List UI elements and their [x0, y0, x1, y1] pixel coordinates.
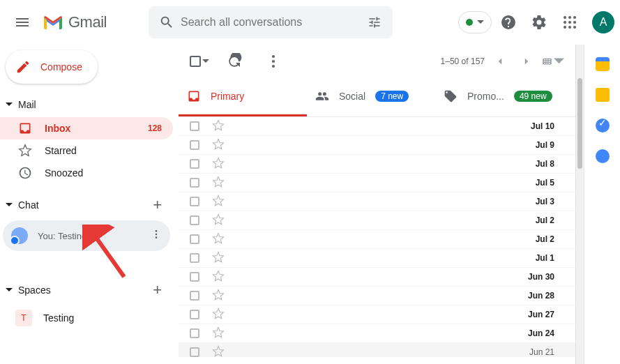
tune-icon [368, 15, 381, 29]
status-selector[interactable] [458, 11, 492, 33]
chevron-down-icon [554, 55, 564, 68]
row-checkbox[interactable] [190, 215, 199, 225]
prev-page-button[interactable] [489, 50, 511, 73]
compose-label: Compose [40, 61, 82, 73]
tab-promotions[interactable]: Promo... 49 new [435, 78, 568, 116]
gmail-logo-icon [42, 14, 64, 31]
row-checkbox[interactable] [190, 347, 199, 357]
row-checkbox[interactable] [190, 328, 199, 338]
row-checkbox[interactable] [190, 159, 199, 169]
email-row[interactable]: Jun 28 [179, 287, 575, 305]
scrollbar[interactable] [575, 45, 584, 364]
row-star-button[interactable] [212, 289, 225, 303]
row-checkbox[interactable] [190, 253, 199, 263]
row-star-button[interactable] [212, 251, 225, 266]
row-star-button[interactable] [212, 308, 225, 322]
row-star-button[interactable] [212, 270, 225, 285]
compose-button[interactable]: Compose [6, 50, 98, 84]
inbox-count: 128 [148, 123, 162, 133]
tasks-app-icon[interactable]: ✓ [596, 119, 610, 132]
search-icon [159, 15, 174, 30]
caret-down-icon [6, 202, 13, 208]
row-date: Jun 27 [528, 310, 554, 319]
row-star-button[interactable] [212, 326, 225, 341]
input-tools-button[interactable] [542, 50, 564, 73]
email-row[interactable]: Jun 21 [179, 343, 575, 357]
chat-section-label: Chat [18, 199, 153, 211]
snoozed-label: Snoozed [45, 167, 162, 179]
email-row[interactable]: Jul 2 [179, 230, 575, 249]
row-star-button[interactable] [212, 345, 225, 358]
email-row[interactable]: Jun 27 [179, 305, 575, 324]
sidebar-item-snoozed[interactable]: Snoozed [0, 162, 173, 184]
email-row[interactable]: Jun 24 [179, 324, 575, 343]
keep-app-icon[interactable] [596, 88, 610, 102]
row-star-button[interactable] [212, 138, 225, 153]
contacts-app-icon[interactable] [596, 149, 610, 163]
row-star-button[interactable] [212, 119, 225, 134]
row-checkbox[interactable] [190, 140, 199, 150]
row-checkbox[interactable] [190, 234, 199, 244]
account-avatar[interactable]: A [592, 11, 614, 33]
tab-social[interactable]: Social 7 new [307, 78, 435, 116]
logo[interactable]: Gmail [42, 13, 107, 31]
email-row[interactable]: Jul 3 [179, 192, 575, 211]
toolbar: 1–50 of 157 [179, 45, 575, 78]
chat-conversation[interactable]: You: Testing [3, 220, 170, 251]
spaces-section-header[interactable]: Spaces + [0, 279, 173, 301]
row-checkbox[interactable] [190, 178, 199, 188]
tab-primary[interactable]: Primary [179, 78, 307, 116]
header: Gmail A [0, 0, 620, 45]
select-all-checkbox[interactable] [190, 55, 209, 68]
row-checkbox[interactable] [190, 197, 199, 206]
row-star-button[interactable] [212, 157, 225, 172]
people-icon [315, 89, 329, 103]
main-menu-button[interactable] [6, 6, 39, 39]
svg-point-2 [573, 16, 576, 19]
main-area: 1–50 of 157 Primary Social 7 new [179, 45, 620, 364]
search-input[interactable] [181, 16, 361, 29]
add-chat-button[interactable]: + [153, 196, 162, 214]
row-checkbox[interactable] [190, 121, 199, 131]
row-checkbox[interactable] [190, 310, 199, 319]
row-checkbox[interactable] [190, 291, 199, 301]
search-options-button[interactable] [361, 8, 388, 36]
email-row[interactable]: Jul 1 [179, 249, 575, 268]
space-item[interactable]: T Testing [0, 305, 173, 331]
email-row[interactable]: Jun 30 [179, 268, 575, 287]
help-button[interactable] [494, 8, 522, 36]
calendar-app-icon[interactable] [596, 57, 610, 71]
apps-button[interactable] [556, 8, 584, 36]
email-row[interactable]: Jul 8 [179, 155, 575, 174]
refresh-button[interactable] [220, 47, 248, 75]
svg-point-8 [573, 26, 576, 29]
search-button[interactable] [153, 8, 181, 36]
svg-point-4 [568, 21, 571, 24]
sidebar-item-starred[interactable]: Starred [0, 139, 173, 162]
email-row[interactable]: Jul 5 [179, 174, 575, 192]
chat-section-header[interactable]: Chat + [0, 194, 173, 216]
next-page-button[interactable] [515, 50, 538, 73]
email-row[interactable]: Jul 9 [179, 136, 575, 155]
inbox-label: Inbox [45, 123, 148, 134]
chevron-down-icon [202, 58, 209, 65]
row-star-button[interactable] [212, 195, 225, 209]
chat-avatar-icon [11, 227, 28, 244]
search-box[interactable] [149, 6, 393, 38]
add-space-button[interactable]: + [153, 281, 162, 299]
more-button[interactable] [259, 47, 287, 75]
row-star-button[interactable] [212, 213, 225, 228]
settings-button[interactable] [525, 8, 553, 36]
row-star-button[interactable] [212, 232, 225, 247]
email-row[interactable]: Jul 2 [179, 211, 575, 230]
menu-icon [14, 14, 31, 31]
inbox-icon [187, 89, 201, 103]
row-checkbox[interactable] [190, 272, 199, 282]
chat-more-button[interactable] [151, 229, 162, 243]
email-row[interactable]: Jul 10 [179, 117, 575, 136]
content-pane: 1–50 of 157 Primary Social 7 new [179, 45, 575, 364]
row-star-button[interactable] [212, 176, 225, 190]
mail-section-header[interactable]: Mail [0, 93, 173, 116]
scrollbar-thumb[interactable] [577, 78, 582, 169]
sidebar-item-inbox[interactable]: Inbox 128 [0, 117, 173, 139]
